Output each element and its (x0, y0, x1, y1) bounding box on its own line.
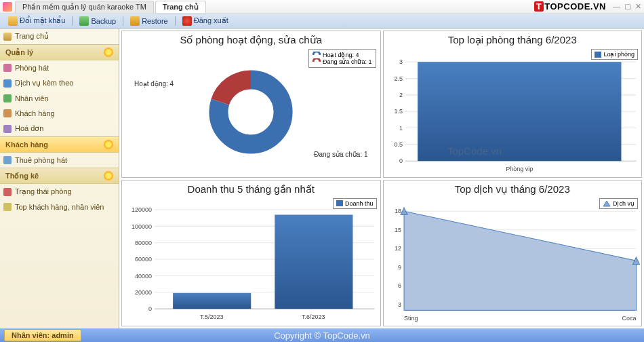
svg-text:1.5: 1.5 (394, 108, 403, 115)
sidebar-item-invoice[interactable]: Hoá đơn (0, 121, 119, 136)
svg-text:0.5: 0.5 (394, 141, 403, 148)
change-password-label: Đổi mật khẩu (20, 16, 65, 25)
logout-button[interactable]: Đăng xuất (178, 15, 233, 27)
svg-text:20000: 20000 (135, 288, 152, 295)
panel-top-room-type: Top loại phòng tháng 6/2023 Loại phòng 3… (383, 31, 643, 178)
panel-title: Top dịch vụ tháng 6/2023 (384, 180, 642, 197)
tab-app-title[interactable]: Phần mềm quản lý quán karaoke TM (15, 1, 154, 13)
svg-text:Sting: Sting (404, 314, 418, 321)
sun-icon (104, 140, 113, 149)
svg-text:T.6/2023: T.6/2023 (302, 313, 325, 320)
area-chart: 18 15 12 9 6 3 Sting Coca (384, 197, 642, 326)
sidebar-item-label: Top khách hàng, nhân viên (15, 203, 104, 211)
sidebar-item-label: Thuê phòng hát (15, 156, 67, 164)
svg-text:120000: 120000 (132, 206, 152, 213)
sidebar-item-label: Trang chủ (15, 32, 49, 41)
sidebar-group-customer[interactable]: Khách hàng (0, 136, 119, 153)
sidebar-item-top[interactable]: Top khách hàng, nhân viên (0, 200, 119, 214)
sidebar-group-stats[interactable]: Thống kê (0, 168, 119, 184)
sidebar-item-room-status[interactable]: Trạng thái phòng (0, 184, 119, 200)
restore-label: Restore (142, 17, 168, 25)
logout-icon (182, 16, 192, 26)
legend: Loại phòng (591, 49, 638, 60)
bar-chart: 3 2.5 2 1.5 1 0.5 0 Phòng vip (384, 48, 642, 177)
svg-text:15: 15 (395, 226, 401, 233)
panel-title: Top loại phòng tháng 6/2023 (384, 31, 642, 48)
svg-text:0: 0 (399, 157, 403, 164)
dashboard: Số phòng hoạt động, sửa chữa Hoạt động: … (119, 28, 644, 328)
panel-top-service: Top dịch vụ tháng 6/2023 Dịch vụ 18 15 1… (383, 180, 643, 327)
room-icon (3, 64, 12, 72)
sidebar-item-home[interactable]: Trang chủ (0, 28, 119, 44)
copyright: Copyright © TopCode.vn (274, 330, 370, 341)
sidebar-item-label: Khách hàng (15, 109, 55, 117)
status-user: Nhân viên: admin (4, 329, 81, 341)
sidebar-item-customer[interactable]: Khách hàng (0, 106, 119, 121)
close-icon[interactable]: ✕ (635, 2, 641, 11)
sidebar-item-room[interactable]: Phòng hát (0, 60, 119, 75)
legend: Dịch vụ (599, 198, 638, 209)
backup-icon (79, 16, 89, 26)
svg-text:6: 6 (398, 282, 401, 289)
sidebar-group-label: Khách hàng (5, 140, 48, 149)
toolbar: Đổi mật khẩu Backup Restore Đăng xuất (0, 14, 644, 28)
sidebar-item-staff[interactable]: Nhân viên (0, 91, 119, 106)
backup-label: Backup (91, 17, 116, 25)
sun-icon (104, 48, 113, 57)
sidebar-group-label: Thống kê (5, 172, 39, 180)
sidebar-group-manage[interactable]: Quản lý (0, 44, 119, 60)
statusbar: Nhân viên: admin Copyright © TopCode.vn (0, 328, 644, 342)
tab-home[interactable]: Trang chủ (155, 1, 206, 13)
svg-text:80000: 80000 (135, 239, 152, 246)
sidebar: Trang chủ Quản lý Phòng hát Dịch vụ kèm … (0, 28, 119, 328)
svg-text:100000: 100000 (132, 223, 152, 229)
svg-rect-31 (173, 292, 251, 308)
staff-icon (3, 94, 12, 102)
donut-chart (203, 64, 298, 159)
sidebar-group-label: Quản lý (5, 48, 33, 57)
logout-label: Đăng xuất (194, 16, 228, 25)
legend: Doanh thu (333, 198, 377, 209)
svg-marker-35 (603, 201, 610, 206)
top-icon (3, 203, 12, 211)
svg-text:T.5/2023: T.5/2023 (200, 313, 224, 320)
sidebar-item-label: Trạng thái phòng (15, 187, 72, 196)
customer-icon (3, 109, 12, 117)
svg-text:1: 1 (399, 124, 403, 131)
svg-text:40000: 40000 (135, 272, 152, 279)
sun-icon (104, 171, 113, 180)
panel-title: Số phòng hoạt động, sửa chữa (122, 31, 380, 48)
sidebar-item-label: Phòng hát (15, 64, 49, 72)
svg-marker-49 (404, 211, 636, 310)
restore-icon (130, 16, 140, 26)
invoice-icon (3, 125, 12, 133)
restore-button[interactable]: Restore (126, 15, 172, 27)
titlebar: Phần mềm quản lý quán karaoke TM Trang c… (0, 0, 644, 14)
svg-text:9: 9 (398, 263, 401, 270)
svg-text:0: 0 (148, 305, 152, 312)
backup-button[interactable]: Backup (75, 15, 120, 27)
logo: TTOPCODE.VN (534, 1, 606, 12)
change-password-button[interactable]: Đổi mật khẩu (4, 15, 69, 27)
sidebar-item-service[interactable]: Dịch vụ kèm theo (0, 75, 119, 91)
status-icon (3, 188, 12, 196)
svg-rect-16 (418, 62, 621, 161)
home-icon (3, 33, 12, 41)
key-icon (8, 16, 18, 26)
svg-text:2: 2 (399, 92, 403, 98)
panel-room-status: Số phòng hoạt động, sửa chữa Hoạt động: … (121, 31, 381, 178)
minimize-icon[interactable]: — (613, 2, 620, 11)
svg-text:2.5: 2.5 (394, 75, 403, 81)
sidebar-item-rent[interactable]: Thuê phòng hát (0, 153, 119, 168)
svg-text:Coca: Coca (622, 314, 637, 321)
svg-text:3: 3 (399, 58, 403, 65)
maximize-icon[interactable]: ▢ (624, 2, 631, 11)
callout-repair: Đang sửa chữa: 1 (314, 151, 367, 158)
app-icon (3, 2, 12, 12)
sidebar-item-label: Dịch vụ kèm theo (15, 79, 73, 88)
x-label: Phòng vip (506, 166, 533, 172)
svg-text:18: 18 (395, 208, 401, 214)
bar-chart: 120000 100000 80000 60000 40000 20000 0 … (122, 197, 380, 326)
sidebar-item-label: Nhân viên (15, 94, 49, 102)
panel-revenue: Doanh thu 5 tháng gần nhất Doanh thu 120… (121, 180, 381, 327)
